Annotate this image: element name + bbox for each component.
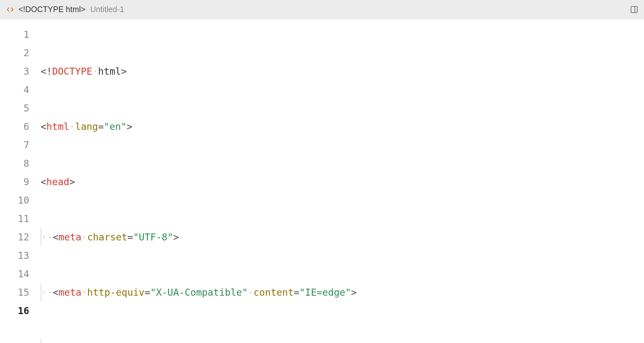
line-number: 4 <box>0 81 29 99</box>
line-number: 15 <box>0 283 29 302</box>
line-number: 6 <box>0 118 29 136</box>
code-editor[interactable]: 1 2 3 4 5 6 7 8 9 10 11 12 13 14 15 16 <… <box>0 19 644 343</box>
tab-doctype-label: <!DOCTYPE html> <box>18 5 85 14</box>
code-line[interactable]: ··<meta·name="viewport"·content="width=d… <box>41 339 644 343</box>
split-editor-icon[interactable] <box>630 5 638 14</box>
editor-tab-bar: <!DOCTYPE html> Untitled-1 <box>0 0 644 19</box>
code-line[interactable]: ··<meta·charset="UTF-8"> <box>41 228 644 246</box>
line-number: 16 <box>0 302 29 320</box>
code-line[interactable]: <!DOCTYPE·html> <box>41 62 644 81</box>
line-number: 13 <box>0 246 29 265</box>
line-number: 3 <box>0 62 29 81</box>
line-number: 14 <box>0 265 29 283</box>
line-number: 8 <box>0 154 29 173</box>
tab-filename: Untitled-1 <box>90 5 124 14</box>
line-number: 5 <box>0 99 29 118</box>
code-line[interactable]: ··<meta·http-equiv="X-UA-Compatible"·con… <box>41 283 644 302</box>
line-number: 7 <box>0 136 29 154</box>
tab-title: <!DOCTYPE html> Untitled-1 <box>18 5 124 14</box>
line-number: 10 <box>0 191 29 210</box>
svg-rect-0 <box>631 6 637 13</box>
code-line[interactable]: <html·lang="en"> <box>41 118 644 136</box>
line-number: 2 <box>0 44 29 62</box>
line-number-gutter: 1 2 3 4 5 6 7 8 9 10 11 12 13 14 15 16 <box>0 25 41 343</box>
line-number: 9 <box>0 173 29 191</box>
code-line[interactable]: <head> <box>41 173 644 191</box>
code-content[interactable]: <!DOCTYPE·html> <html·lang="en"> <head> … <box>41 25 644 343</box>
active-tab[interactable]: <!DOCTYPE html> Untitled-1 <box>6 5 124 14</box>
line-number: 1 <box>0 25 29 44</box>
line-number: 12 <box>0 228 29 246</box>
line-number: 11 <box>0 210 29 228</box>
html-file-icon <box>6 5 15 14</box>
